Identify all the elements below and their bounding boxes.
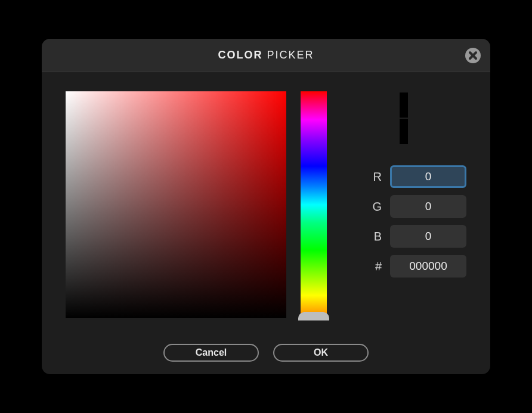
- old-color-swatch: [400, 119, 408, 144]
- hex-label: #: [367, 260, 382, 273]
- value-column: R G B #: [341, 91, 466, 331]
- b-row: B: [341, 225, 466, 248]
- close-icon: [465, 47, 481, 64]
- g-label: G: [367, 200, 382, 214]
- dialog-title: COLOR PICKER: [218, 49, 314, 61]
- b-label: B: [367, 230, 382, 244]
- close-button[interactable]: [464, 47, 482, 64]
- r-row: R: [341, 165, 466, 188]
- dialog-footer: Cancel OK: [42, 331, 490, 374]
- b-input[interactable]: [390, 225, 466, 248]
- title-bold: COLOR: [218, 49, 262, 61]
- cancel-button[interactable]: Cancel: [163, 344, 259, 362]
- g-input[interactable]: [390, 195, 466, 218]
- hue-slider-thumb[interactable]: [298, 312, 329, 320]
- title-light: PICKER: [267, 49, 314, 61]
- hue-gradient: [301, 91, 327, 318]
- hue-slider[interactable]: [301, 91, 327, 318]
- dialog-content: R G B #: [42, 72, 490, 331]
- color-picker-dialog: COLOR PICKER R G: [42, 39, 490, 374]
- hex-row: #: [341, 255, 466, 278]
- hex-input[interactable]: [390, 255, 466, 278]
- new-color-swatch: [400, 93, 408, 118]
- titlebar: COLOR PICKER: [42, 39, 490, 72]
- r-label: R: [367, 170, 382, 184]
- r-input[interactable]: [390, 165, 466, 188]
- color-swatches: [341, 93, 466, 144]
- saturation-value-panel[interactable]: [66, 91, 286, 318]
- g-row: G: [341, 195, 466, 218]
- ok-button[interactable]: OK: [273, 344, 369, 362]
